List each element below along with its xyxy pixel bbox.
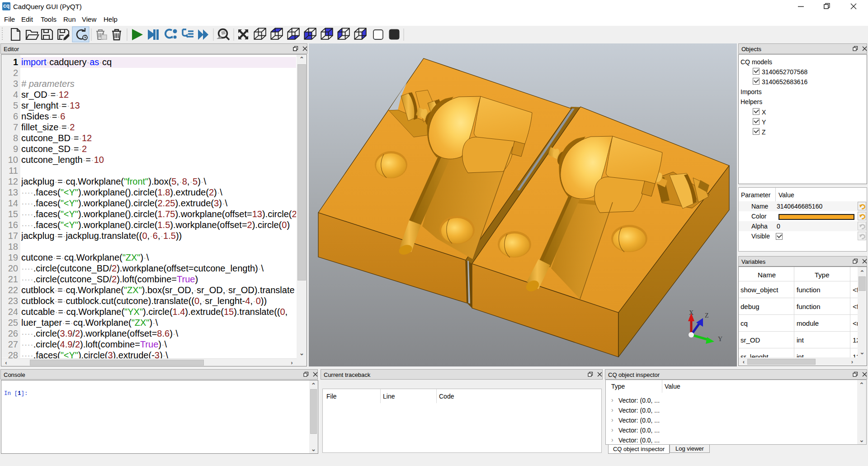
svg-text:X: X: [689, 309, 693, 316]
svg-text:Y: Y: [718, 336, 722, 342]
svg-text:Z: Z: [705, 312, 709, 319]
